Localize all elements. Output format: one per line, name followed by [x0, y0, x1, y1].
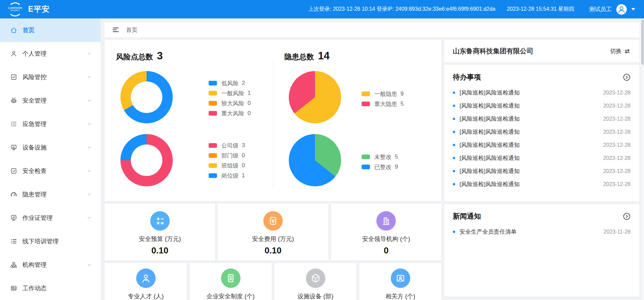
bullet-dot-icon: [453, 92, 455, 94]
legend-item[interactable]: 已整改9: [362, 162, 398, 172]
user-menu[interactable]: 测试员工: [589, 4, 635, 15]
todo-item[interactable]: [风险巡检]风险巡检通知2023-12-28: [453, 86, 631, 99]
sidebar-item-org-mgmt[interactable]: 机构管理: [0, 253, 101, 277]
legend-swatch: [362, 102, 370, 106]
stat-label: 安全费用 (万元): [218, 235, 328, 243]
sidebar-item-safety-mgmt[interactable]: 安全管理: [0, 89, 101, 112]
legend-item[interactable]: 重大隐患5: [362, 99, 404, 109]
stat-value: 0: [331, 245, 441, 256]
bullet-dot-icon: [453, 131, 455, 133]
legend-label: 低风险: [221, 79, 238, 87]
sidebar-item-hazard-mgmt[interactable]: 隐患管理: [0, 183, 101, 206]
legend-value: 5: [400, 101, 404, 107]
news-icon: [10, 285, 17, 292]
sidebar-item-label: 工作动态: [22, 284, 92, 292]
legend-item[interactable]: 岗位级1: [209, 171, 245, 181]
sidebar-item-safety-check[interactable]: 安全检查: [0, 159, 101, 183]
legend-value: 0: [242, 152, 245, 159]
page-scrollbar-thumb[interactable]: [641, 19, 644, 65]
stat-value: 0.10: [105, 245, 215, 256]
todo-item[interactable]: [风险巡检]风险巡检通知2023-12-28: [453, 99, 631, 112]
person-icon: [10, 50, 17, 57]
menu-fold-icon[interactable]: [112, 26, 119, 34]
risk-total-value: 3: [157, 50, 163, 62]
hazard-status-legend: 未整改5已整改9: [362, 152, 398, 172]
item-date: 2023-12-28: [603, 155, 631, 161]
stat-label: 专业人才 (人): [105, 292, 187, 300]
stats-row-1: 安全预算 (万元)0.10安全费用 (万元)0.10安全领导机构 (个)0: [105, 204, 441, 260]
sidebar-item-offline-training-mgmt[interactable]: 线下培训管理: [0, 230, 101, 253]
legend-item[interactable]: 未整改5: [362, 152, 398, 162]
legend-swatch: [209, 143, 217, 148]
legend-swatch: [362, 92, 370, 96]
company-card: 山东鲁商科技集团有限公司 切换: [444, 40, 639, 62]
legend-value: 2: [242, 80, 245, 86]
sidebar-item-label: 风险管控: [22, 73, 87, 81]
todo-title: 待办事项: [453, 72, 623, 82]
sidebar-item-work-trends[interactable]: 工作动态: [0, 277, 101, 300]
certificate-icon: [10, 214, 17, 222]
sidebar: 首页个人管理风险管控安全管理应急管理设备设施安全检查隐患管理作业证管理线下培训管…: [0, 18, 101, 300]
sidebar-item-home[interactable]: 首页: [0, 18, 101, 42]
legend-item[interactable]: 部门级0: [209, 151, 245, 161]
legend-item[interactable]: 一般风险1: [209, 88, 251, 98]
current-datetime: 2023-12-28 15:54:31 星期四: [507, 6, 574, 13]
stat-label: 设施设备 (部): [274, 292, 357, 300]
item-date: 2023-12-28: [603, 90, 631, 96]
legend-swatch: [209, 111, 217, 116]
news-more-arrow-icon[interactable]: [623, 213, 631, 220]
legend-item[interactable]: 低风险2: [209, 78, 251, 88]
news-item[interactable]: 安全生产全员责任清单2023-11-28: [453, 225, 631, 238]
todo-item[interactable]: [风险巡检]风险巡检通知2023-12-28: [453, 138, 631, 152]
legend-label: 较大风险: [221, 100, 244, 107]
chevron-down-icon: [87, 192, 92, 197]
talent-icon: [136, 268, 156, 288]
todo-item[interactable]: [风险巡检]风险巡检通知2023-12-28: [453, 112, 631, 125]
legend-label: 一般风险: [221, 89, 244, 97]
chevron-down-icon: [87, 51, 92, 56]
sidebar-item-emergency-mgmt[interactable]: 应急管理: [0, 112, 101, 136]
chevron-down-icon: [87, 121, 92, 127]
legend-swatch: [362, 165, 370, 169]
stat-label: 相关方 (个): [359, 292, 441, 300]
item-date: 2023-12-28: [603, 181, 631, 187]
stat-value: 0.10: [218, 245, 328, 256]
caret-down-icon[interactable]: [631, 8, 635, 10]
switch-company-button[interactable]: 切换: [610, 47, 631, 55]
legend-item[interactable]: 重大风险0: [209, 108, 251, 118]
legend-item[interactable]: 一般隐患9: [362, 89, 404, 99]
sidebar-item-personal-mgmt[interactable]: 个人管理: [0, 42, 101, 65]
sidebar-item-equipment-facility[interactable]: 设备设施: [0, 136, 101, 159]
left-column: 风险点总数3 低风险2一般风险1较大风险0重大风险0 公司级3部门级0班组级0岗…: [105, 40, 441, 300]
breadcrumb-bar: 首页: [105, 22, 639, 37]
page-scrollbar-track[interactable]: [641, 18, 644, 300]
avatar-icon[interactable]: [616, 4, 627, 15]
legend-label: 已整改: [374, 163, 391, 171]
item-date: 2023-12-28: [603, 103, 631, 109]
item-text: [风险巡检]风险巡检通知: [460, 141, 600, 149]
bullet-dot-icon: [453, 118, 455, 120]
todo-item[interactable]: [风险巡检]风险巡检通知2023-12-28: [453, 125, 631, 138]
stats-row-2: 专业人才 (人)企业安全制度 (个)设施设备 (部)相关方 (个): [105, 263, 441, 300]
stat-card: 设施设备 (部): [274, 263, 357, 300]
todo-more-arrow-icon[interactable]: [623, 73, 631, 81]
news-list: 安全生产全员责任清单2023-11-28: [453, 225, 631, 238]
legend-item[interactable]: 较大风险0: [209, 98, 251, 108]
cube-icon: [306, 268, 325, 288]
legend-item[interactable]: 公司级3: [209, 140, 245, 151]
todo-item[interactable]: [风险巡检]风险巡检通知2023-12-28: [453, 165, 631, 178]
legend-label: 班组级: [221, 162, 238, 170]
sidebar-item-risk-control[interactable]: 风险管控: [0, 65, 101, 89]
todo-item[interactable]: [风险巡检]风险巡检通知2023-12-28: [453, 152, 631, 165]
stat-label: 企业安全制度 (个): [190, 292, 272, 300]
todo-item[interactable]: [风险巡检]风险巡检通知2023-12-28: [453, 178, 631, 191]
hazard-level-legend: 一般隐患9重大隐患5: [362, 89, 404, 109]
sidebar-item-label: 个人管理: [22, 50, 87, 58]
stat-label: 安全领导机构 (个): [331, 235, 441, 243]
chevron-down-icon: [87, 168, 92, 174]
right-column: 山东鲁商科技集团有限公司 切换 待办事项: [444, 40, 639, 297]
breadcrumb[interactable]: 首页: [126, 26, 138, 34]
money-icon: [263, 211, 283, 231]
legend-item[interactable]: 班组级0: [209, 161, 245, 171]
sidebar-item-work-permit-mgmt[interactable]: 作业证管理: [0, 206, 101, 230]
